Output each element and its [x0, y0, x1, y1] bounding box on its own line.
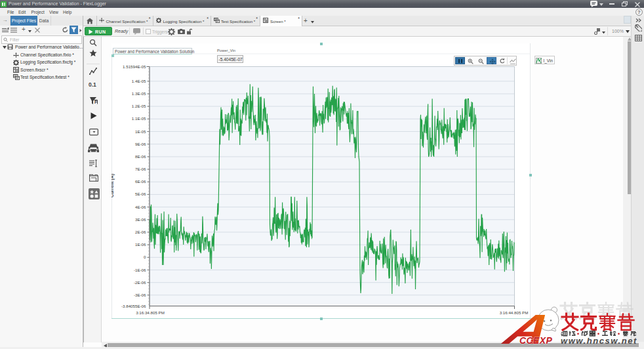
svg-text:1.4E-05: 1.4E-05 [132, 79, 146, 83]
svg-text:3E-06: 3E-06 [135, 217, 146, 222]
svg-text:CCEXP: CCEXP [519, 335, 552, 346]
svg-text:9E-06: 9E-06 [135, 142, 146, 146]
svg-text:-3.84055E-06: -3.84055E-06 [121, 304, 146, 308]
svg-text:3:16:34.805 PM: 3:16:34.805 PM [136, 310, 165, 315]
svg-text:6E-06: 6E-06 [135, 179, 146, 184]
svg-text:-3E-06: -3E-06 [134, 293, 146, 297]
svg-text:2E-06: 2E-06 [135, 230, 146, 234]
svg-text:5E-06: 5E-06 [135, 192, 146, 196]
svg-text:0: 0 [144, 255, 146, 259]
svg-text:1.51594E-05: 1.51594E-05 [123, 64, 146, 69]
svg-text:8E-06: 8E-06 [135, 154, 146, 159]
svg-text:1.3E-05: 1.3E-05 [132, 91, 146, 96]
svg-text:4E-06: 4E-06 [135, 205, 146, 209]
svg-text:1.2E-05: 1.2E-05 [132, 104, 146, 108]
svg-text:1E-05: 1E-05 [135, 129, 146, 134]
svg-text:1E-06: 1E-06 [135, 242, 146, 247]
svg-text:-2E-06: -2E-06 [134, 280, 146, 285]
svg-text:7E-06: 7E-06 [135, 167, 146, 171]
svg-text:1.1E-05: 1.1E-05 [132, 116, 146, 121]
svg-text:-1E-06: -1E-06 [134, 268, 146, 272]
svg-text:www.hncsw.net: www.hncsw.net [561, 336, 637, 346]
